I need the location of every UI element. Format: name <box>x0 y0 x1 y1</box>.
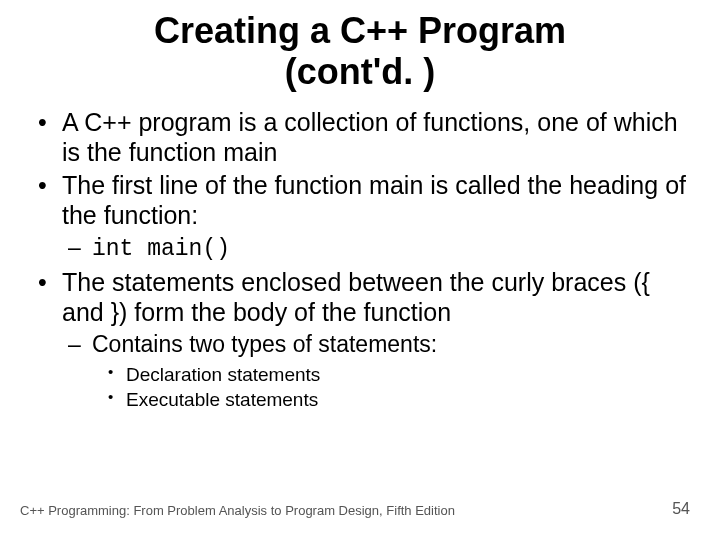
title-line-1: Creating a C++ Program <box>154 10 566 51</box>
bullet-2: The first line of the function main is c… <box>30 170 690 265</box>
page-number: 54 <box>672 500 690 518</box>
bullet-3-sub-1-a: Declaration statements <box>92 362 690 388</box>
title-line-2: (cont'd. ) <box>285 51 436 92</box>
bullet-3-sub-1-b-text: Executable statements <box>126 389 318 410</box>
bullet-2-sub-1-text: int main() <box>92 236 230 262</box>
bullet-list: A C++ program is a collection of functio… <box>30 107 690 413</box>
footer-source: C++ Programming: From Problem Analysis t… <box>20 503 455 518</box>
slide-title: Creating a C++ Program (cont'd. ) <box>30 10 690 93</box>
bullet-3-sub-1-text: Contains two types of statements: <box>92 331 437 357</box>
slide: Creating a C++ Program (cont'd. ) A C++ … <box>0 0 720 540</box>
bullet-3-sub-1: Contains two types of statements: Declar… <box>62 330 690 413</box>
bullet-3-sublist: Contains two types of statements: Declar… <box>62 330 690 413</box>
bullet-2-sublist: int main() <box>62 233 690 265</box>
bullet-1-text: A C++ program is a collection of functio… <box>62 108 678 167</box>
bullet-2-text: The first line of the function main is c… <box>62 171 686 230</box>
bullet-1: A C++ program is a collection of functio… <box>30 107 690 168</box>
bullet-3-sub-1-list: Declaration statements Executable statem… <box>92 362 690 413</box>
bullet-3-text: The statements enclosed between the curl… <box>62 268 650 327</box>
bullet-3-sub-1-b: Executable statements <box>92 387 690 413</box>
bullet-2-sub-1: int main() <box>62 233 690 265</box>
bullet-3: The statements enclosed between the curl… <box>30 267 690 413</box>
bullet-3-sub-1-a-text: Declaration statements <box>126 364 320 385</box>
